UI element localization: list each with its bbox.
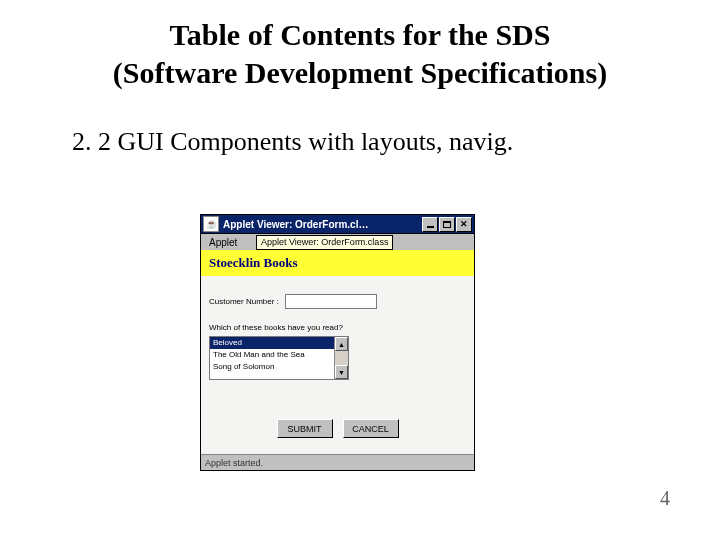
scroll-up-button[interactable]: ▲ [335, 337, 348, 351]
list-item[interactable]: The Old Man and the Sea [210, 349, 334, 361]
java-cup-icon: ☕ [203, 216, 219, 232]
customer-number-label: Customer Number : [209, 297, 279, 306]
app-banner: Stoecklin Books [201, 250, 474, 276]
books-listbox[interactable]: Beloved The Old Man and the Sea Song of … [209, 336, 349, 380]
customer-number-input[interactable] [285, 294, 377, 309]
button-row: SUBMIT CANCEL [201, 419, 474, 438]
tooltip: Applet Viewer: OrderForm.class [256, 235, 393, 250]
section-heading: 2. 2 GUI Components with layouts, navig. [0, 95, 720, 157]
customer-row: Customer Number : [201, 276, 474, 309]
close-button[interactable]: ✕ [456, 217, 472, 232]
window-title: Applet Viewer: OrderForm.cl… [223, 219, 421, 230]
applet-window: ☕ Applet Viewer: OrderForm.cl… ✕ Applet … [200, 214, 475, 471]
status-bar: Applet started. [201, 454, 474, 470]
status-text: Applet started. [205, 458, 263, 468]
applet-client-area: Stoecklin Books Customer Number : Which … [200, 250, 475, 471]
listbox-scrollbar[interactable]: ▲ ▼ [334, 337, 348, 379]
close-icon: ✕ [460, 220, 468, 229]
chevron-down-icon: ▼ [338, 369, 345, 376]
submit-button[interactable]: SUBMIT [277, 419, 333, 438]
minimize-button[interactable] [422, 217, 438, 232]
listbox-items[interactable]: Beloved The Old Man and the Sea Song of … [210, 337, 334, 379]
menu-applet[interactable]: Applet [205, 237, 241, 248]
slide-title-line2: (Software Development Specifications) [12, 54, 708, 92]
list-item[interactable]: Beloved [210, 337, 334, 349]
page-number: 4 [660, 487, 670, 510]
slide-title: Table of Contents for the SDS (Software … [0, 0, 720, 95]
chevron-up-icon: ▲ [338, 341, 345, 348]
list-item[interactable]: Song of Solomon [210, 361, 334, 373]
scroll-down-button[interactable]: ▼ [335, 365, 348, 379]
slide-title-line1: Table of Contents for the SDS [12, 16, 708, 54]
maximize-button[interactable] [439, 217, 455, 232]
books-prompt: Which of these books have you read? [201, 309, 474, 336]
cancel-button[interactable]: CANCEL [343, 419, 399, 438]
titlebar[interactable]: ☕ Applet Viewer: OrderForm.cl… ✕ [200, 214, 475, 234]
